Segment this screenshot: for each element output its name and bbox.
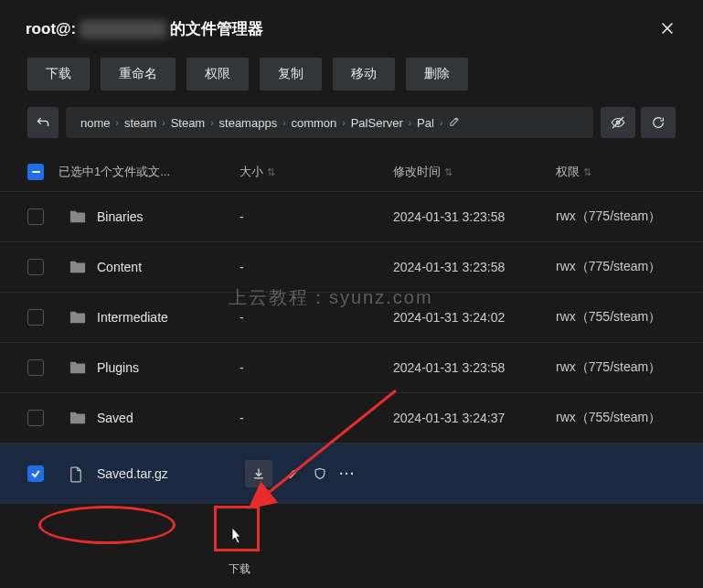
table-row[interactable]: Saved.tar.gz···: [0, 443, 703, 504]
column-mtime[interactable]: 修改时间⇅: [393, 164, 556, 180]
row-actions: ···: [245, 460, 355, 487]
hostname-blurred: [80, 20, 166, 38]
folder-icon: [69, 209, 86, 224]
refresh-icon: [651, 115, 666, 130]
table-row[interactable]: Plugins-2024-01-31 3:23:58rwx（775/steam）: [0, 342, 703, 392]
file-permissions: rwx（755/steam）: [556, 309, 676, 326]
delete-button[interactable]: 删除: [406, 58, 468, 91]
eye-off-icon: [610, 114, 626, 131]
sort-icon: ⇅: [444, 166, 453, 177]
title-prefix: root@:: [26, 20, 76, 38]
breadcrumb-item[interactable]: steamapps: [214, 116, 283, 130]
row-checkbox[interactable]: [27, 465, 44, 482]
annotation-ellipse: [38, 506, 176, 544]
file-permissions: rwx（775/steam）: [556, 208, 676, 225]
breadcrumb-item[interactable]: nome: [75, 116, 116, 130]
file-size: -: [240, 360, 393, 375]
chevron-right-icon: ›: [440, 118, 442, 128]
file-list: Binaries-2024-01-31 3:23:58rwx（775/steam…: [0, 191, 703, 504]
refresh-button[interactable]: [641, 107, 676, 138]
folder-icon: [69, 360, 86, 375]
row-checkbox[interactable]: [27, 410, 44, 426]
row-checkbox[interactable]: [27, 359, 44, 376]
folder-icon: [69, 310, 86, 325]
row-rename-button[interactable]: [285, 466, 300, 481]
folder-icon: [69, 260, 86, 274]
file-size: -: [240, 411, 393, 425]
file-mtime: 2024-01-31 3:24:37: [393, 411, 556, 425]
action-toolbar: 下载 重命名 权限 复制 移动 删除: [0, 54, 703, 107]
file-name[interactable]: Plugins: [97, 360, 139, 375]
file-name[interactable]: Content: [97, 260, 142, 274]
title-suffix: 的文件管理器: [170, 18, 263, 39]
folder-icon: [69, 411, 86, 425]
edit-path-button[interactable]: [448, 115, 461, 131]
file-size: -: [240, 209, 393, 224]
file-size: -: [240, 310, 393, 325]
folder-icon: [69, 310, 86, 325]
folder-icon: [69, 360, 86, 375]
annotation-rect: [214, 506, 260, 551]
file-mtime: 2024-01-31 3:23:58: [393, 260, 556, 274]
column-size[interactable]: 大小⇅: [240, 164, 393, 180]
column-name[interactable]: 已选中1个文件或文...: [57, 164, 240, 180]
breadcrumb-item[interactable]: Pal: [411, 116, 440, 130]
back-button[interactable]: [27, 107, 59, 138]
row-download-button[interactable]: [245, 460, 272, 487]
row-checkbox[interactable]: [27, 259, 44, 275]
file-mtime: 2024-01-31 3:24:02: [393, 310, 556, 325]
close-icon: [659, 20, 676, 37]
file-icon: [69, 466, 86, 481]
cursor-icon: [227, 526, 245, 546]
folder-icon: [69, 209, 86, 224]
row-permissions-button[interactable]: [313, 466, 327, 481]
file-name[interactable]: Binaries: [97, 209, 144, 224]
row-checkbox[interactable]: [27, 309, 44, 326]
file-icon: [69, 466, 82, 483]
select-all-checkbox[interactable]: [27, 164, 44, 180]
download-icon: [251, 466, 266, 481]
window-header: root@: 的文件管理器: [0, 0, 703, 54]
file-mtime: 2024-01-31 3:23:58: [393, 360, 556, 375]
sort-icon: ⇅: [267, 166, 275, 177]
folder-icon: [69, 260, 86, 274]
file-name[interactable]: Intermediate: [97, 310, 168, 325]
permissions-button[interactable]: 权限: [186, 58, 249, 91]
sort-icon: ⇅: [583, 166, 591, 177]
pencil-icon: [286, 467, 299, 480]
row-more-button[interactable]: ···: [340, 466, 355, 481]
undo-icon: [36, 115, 50, 130]
file-name[interactable]: Saved.tar.gz: [97, 466, 168, 481]
table-row[interactable]: Binaries-2024-01-31 3:23:58rwx（775/steam…: [0, 191, 703, 241]
breadcrumb: nome›steam›Steam›steamapps›common›PalSer…: [66, 107, 593, 138]
file-size: -: [240, 260, 393, 274]
breadcrumb-item[interactable]: steam: [119, 116, 162, 130]
file-permissions: rwx（755/steam）: [556, 410, 676, 426]
folder-icon: [69, 411, 86, 425]
column-perm[interactable]: 权限⇅: [556, 164, 676, 180]
window-title: root@: 的文件管理器: [26, 18, 263, 39]
rename-button[interactable]: 重命名: [101, 58, 176, 91]
table-header: 已选中1个文件或文... 大小⇅ 修改时间⇅ 权限⇅: [0, 153, 703, 191]
download-tooltip: 下载: [229, 561, 250, 577]
edit-icon: [448, 115, 461, 128]
copy-button[interactable]: 复制: [260, 58, 322, 91]
table-row[interactable]: Content-2024-01-31 3:23:58rwx（775/steam）: [0, 241, 703, 292]
file-permissions: rwx（775/steam）: [556, 359, 676, 376]
shield-icon: [314, 467, 326, 480]
table-row[interactable]: Intermediate-2024-01-31 3:24:02rwx（755/s…: [0, 292, 703, 342]
file-name[interactable]: Saved: [97, 411, 133, 425]
breadcrumb-row: nome›steam›Steam›steamapps›common›PalSer…: [0, 107, 703, 153]
move-button[interactable]: 移动: [333, 58, 395, 91]
close-button[interactable]: [659, 20, 677, 38]
row-checkbox[interactable]: [27, 208, 44, 225]
file-mtime: 2024-01-31 3:23:58: [393, 209, 556, 224]
file-permissions: rwx（775/steam）: [556, 259, 676, 275]
breadcrumb-item[interactable]: common: [285, 116, 342, 130]
breadcrumb-item[interactable]: Steam: [165, 116, 211, 130]
table-row[interactable]: Saved-2024-01-31 3:24:37rwx（755/steam）: [0, 392, 703, 443]
breadcrumb-item[interactable]: PalServer: [346, 116, 409, 130]
toggle-hidden-button[interactable]: [601, 107, 635, 138]
download-button[interactable]: 下载: [27, 58, 90, 91]
